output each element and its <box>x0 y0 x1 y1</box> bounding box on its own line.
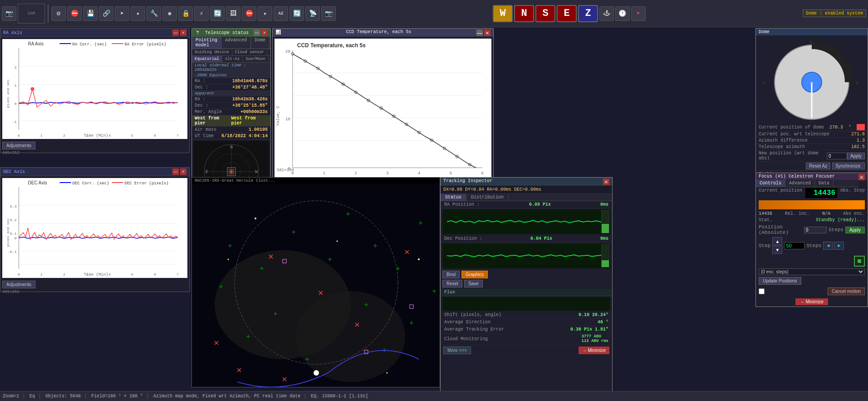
ti-more-btn[interactable]: More >>> <box>443 347 471 354</box>
ti-tab-status[interactable]: Status <box>441 194 466 201</box>
toolbar-icon-image[interactable]: 🖼 <box>226 6 240 21</box>
toolbar-icon-star[interactable]: ✺ <box>162 6 177 21</box>
dome-reset-sync-row: Reset Az Synchronize. <box>756 162 868 170</box>
svg-text:RA Axis: RA Axis <box>28 41 44 46</box>
svg-text:7: 7 <box>177 134 179 138</box>
toolbar-icon-sync[interactable]: 🔄 <box>289 6 304 21</box>
ts-subtab-guiding[interactable]: Guiding device <box>192 49 232 55</box>
dir-btn-s[interactable]: S <box>535 5 555 22</box>
focus-close-btn[interactable]: × <box>858 174 865 180</box>
ra-adjustments-btn[interactable]: Adjustments <box>2 142 35 149</box>
ts-tab-equatorial[interactable]: Equatorial <box>192 56 222 62</box>
toolbar-icon-cam2[interactable]: 📷 <box>321 6 336 21</box>
svg-text:2: 2 <box>15 65 17 69</box>
toolbar-icon-az[interactable]: AZ <box>274 6 288 21</box>
tracking-inspector-close-btn[interactable]: × <box>603 178 609 185</box>
dec-axis-close-btn[interactable]: × <box>180 168 186 175</box>
dome-red-indicator <box>857 124 865 130</box>
toolbar-icon-joystick[interactable]: 🕹 <box>599 6 614 21</box>
ti-save-btn[interactable]: Save <box>464 280 483 287</box>
ts-tab-sunmoon[interactable]: Sun/Moon <box>243 56 268 62</box>
ti-action-btns2: Reset Save <box>441 280 612 289</box>
ti-graphics-btn[interactable]: Graphics <box>461 271 488 278</box>
focus-move-right-btn[interactable]: ► <box>834 242 844 250</box>
star-map[interactable]: NGC265-IRS-Great Hercule Clust... <box>191 177 440 387</box>
toolbar-icon-arrow[interactable]: ➤ <box>115 6 129 21</box>
ts-ra-row: RA : 16h41m48.678s <box>192 78 270 84</box>
dome-sync-btn[interactable]: Synchronize. <box>832 163 865 169</box>
focus-step-up-btn[interactable]: ▲ <box>772 237 782 245</box>
focus-tab-controls[interactable]: Controls <box>756 180 785 187</box>
ts-tab-pointing[interactable]: Pointing model <box>192 37 221 49</box>
focus-panel: Focus (#1) Celestron Focuser × Controls … <box>755 173 868 307</box>
svg-text:6: 6 <box>154 134 156 138</box>
toolbar-icon-crosshair[interactable]: ✦ <box>131 6 145 21</box>
tracking-inspector-titlebar: Tracking Inspector × <box>441 178 612 186</box>
toolbar-icon-lightning[interactable]: ⚡ <box>194 6 209 21</box>
focus-footer: Cancel motion <box>756 286 868 297</box>
toolbar-icon-signal[interactable]: 📡 <box>305 6 320 21</box>
ti-reset-btn[interactable]: Reset <box>442 280 462 287</box>
ts-subtab-cloud[interactable]: Cloud sensor <box>232 49 268 55</box>
toolbar-icon-wrench[interactable]: 🔧 <box>147 6 161 21</box>
ti-avgerr-row: Average Tracking Error 0.36 Pix 1.81" <box>441 326 612 333</box>
dir-btn-e[interactable]: E <box>557 5 577 22</box>
toolbar-icon-camera[interactable]: 📷 <box>2 6 16 21</box>
focus-apply-btn[interactable]: Apply <box>845 227 865 233</box>
ts-tab-altaz[interactable]: Alt-Az <box>222 56 243 62</box>
toolbar-icon-ban[interactable]: ⛔ <box>242 6 256 21</box>
svg-text:DEC Error (pixels): DEC Error (pixels) <box>125 181 169 186</box>
focus-minimize-btn[interactable]: → Minimize <box>795 298 828 305</box>
toolbar-icon-settings[interactable]: ⚙ <box>51 6 66 21</box>
ts-airmass-row: Air mass 1.00105 <box>192 127 270 133</box>
ccd-minimize-btn[interactable]: — <box>476 30 483 36</box>
focus-tab-advanced[interactable]: Advanced <box>785 180 815 187</box>
toolbar-icon-connect[interactable]: 🔗 <box>99 6 113 21</box>
focus-update-positions-btn[interactable]: Update Positions <box>759 277 801 285</box>
dome-apply-btn[interactable]: Apply <box>847 153 865 159</box>
dir-btn-w[interactable]: W <box>493 5 513 22</box>
ts-tab-dome[interactable]: Dome <box>251 37 270 49</box>
focus-step-down-btn[interactable]: ▼ <box>772 246 782 254</box>
ti-tab-distribution[interactable]: Distribution <box>466 194 509 201</box>
dir-btn-n[interactable]: N <box>514 5 534 22</box>
ts-mer-angle-row: Mer. Angle +00h00m33s <box>192 109 270 115</box>
toolbar-icon-red-arrow[interactable]: ➤ <box>631 6 646 21</box>
focus-cancel-btn[interactable]: Cancel motion <box>828 287 865 295</box>
dec-adjustments-btn[interactable]: Adjustments <box>2 281 35 288</box>
focus-checkbox[interactable] <box>759 288 765 294</box>
ts-apparent-label: Apparent <box>192 91 270 96</box>
dome-reset-az-btn[interactable]: Reset Az <box>806 163 830 169</box>
toolbar-icon-lock[interactable]: 🔒 <box>178 6 193 21</box>
focus-tab-data[interactable]: Data <box>815 180 834 187</box>
toolbar-icon-clock[interactable]: 🕐 <box>615 6 630 21</box>
toolbar-icon-save[interactable]: 💾 <box>83 6 98 21</box>
telescope-status-title: Telescope status <box>205 30 249 35</box>
toolbar-icon-refresh[interactable]: 🔄 <box>210 6 225 21</box>
toolbar-icon-stop[interactable]: ⛔ <box>67 6 82 21</box>
svg-point-157 <box>228 259 229 260</box>
ra-axis-size: 495×252 <box>0 150 189 156</box>
ts-minimize-btn[interactable]: — <box>254 30 260 36</box>
ti-bind-btn[interactable]: Bind <box>442 271 460 278</box>
dome-tel-az-row: Telescope azimuth 182.5 <box>756 144 868 150</box>
focus-step-input[interactable] <box>784 242 804 249</box>
toolbar-icon-asterisk[interactable]: ✦ <box>258 6 272 21</box>
dec-axis-minimize-btn[interactable]: — <box>172 168 179 175</box>
dome-new-pos-input[interactable] <box>827 153 847 159</box>
ts-tab-advanced[interactable]: Advanced <box>221 37 251 49</box>
focus-enc-steps-select[interactable]: (0 enc. steps) <box>759 268 865 275</box>
ra-axis-minimize-btn[interactable]: — <box>172 30 179 36</box>
svg-text:7: 7 <box>177 272 179 277</box>
dir-btn-z[interactable]: Z <box>578 5 598 22</box>
ra-axis-close-btn[interactable]: × <box>180 30 186 36</box>
svg-text:-0.1: -0.1 <box>8 250 16 254</box>
ccd-close-btn[interactable]: × <box>484 30 490 36</box>
ti-minimize-btn[interactable]: → Minimize <box>579 347 609 354</box>
ts-close-btn[interactable]: × <box>261 30 268 36</box>
ra-axis-panel: RA Axis — × RA Axis RA Corr. (sec) RA Er… <box>0 28 190 153</box>
focus-move-left-btn[interactable]: ◄ <box>823 242 833 250</box>
svg-point-156 <box>387 372 388 374</box>
focus-position-input[interactable] <box>804 227 827 233</box>
ra-axis-title: RA Axis <box>3 30 22 35</box>
